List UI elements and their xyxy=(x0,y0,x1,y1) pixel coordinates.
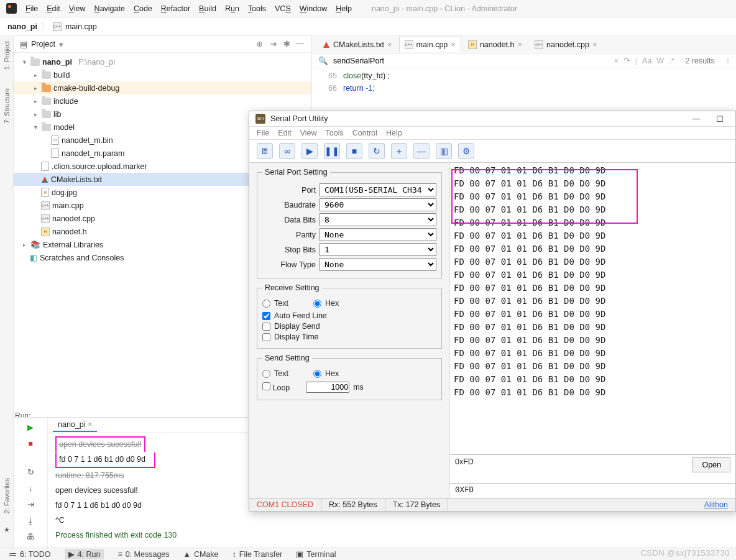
display-time-check[interactable]: Display Time xyxy=(262,333,436,341)
open-button[interactable]: Open xyxy=(692,457,730,472)
port-select[interactable]: COM1(USB-SERIAL CH34 xyxy=(320,183,436,196)
send-hex-radio[interactable]: Hex xyxy=(313,369,339,378)
menu-run[interactable]: Run xyxy=(225,4,239,13)
code-editor[interactable]: 6566 close(tty_fd) ; return -1; xyxy=(312,68,736,96)
refresh-icon[interactable]: ↻ xyxy=(369,143,385,159)
crumb-file[interactable]: main.cpp xyxy=(65,22,97,31)
run-tab-nano-pi[interactable]: nano_pi × xyxy=(53,418,97,432)
flowtype-select[interactable]: None xyxy=(320,258,436,271)
bottom-file-transfer[interactable]: ↕ File Transfer xyxy=(232,550,283,559)
tree-folder[interactable]: ▸include xyxy=(14,94,311,108)
tab-cmakelists[interactable]: CMakeLists.txt× xyxy=(317,37,398,52)
spu-menu-view[interactable]: View xyxy=(300,129,317,137)
vendor-link[interactable]: Alithon xyxy=(697,498,735,511)
svg-marker-1 xyxy=(45,177,48,183)
parity-select[interactable]: None xyxy=(320,228,436,241)
menu-edit[interactable]: Edit xyxy=(47,4,60,13)
auto-feed-line-check[interactable]: Auto Feed Line xyxy=(262,311,436,320)
bottom-cmake[interactable]: ▲ CMake xyxy=(183,550,219,559)
tab-favorites-side[interactable]: 2: Favorites xyxy=(3,478,11,513)
loop-check[interactable]: Loop xyxy=(262,382,290,392)
star-icon[interactable]: ★ xyxy=(4,526,10,534)
project-header: ▤ Project ▾ ⊕ ⇥ ✱ — xyxy=(14,36,311,53)
spu-menu-edit[interactable]: Edit xyxy=(278,129,292,137)
hide-icon[interactable]: — xyxy=(295,39,305,49)
collapse-icon[interactable]: ⇥ xyxy=(268,39,278,49)
match-case-icon[interactable]: Aa xyxy=(642,57,651,65)
tab-main-cpp[interactable]: c++main.cpp× xyxy=(399,37,461,52)
menu-window[interactable]: Window xyxy=(300,4,327,13)
print-icon[interactable]: 🖶 xyxy=(24,531,37,543)
search-icon: 🔍 xyxy=(318,56,328,65)
bottom-messages[interactable]: ≡ 0: Messages xyxy=(117,550,169,559)
wrap-icon[interactable]: ⇥ xyxy=(24,498,37,511)
cmake-icon xyxy=(41,176,48,183)
gear-icon[interactable]: ⚙ xyxy=(458,143,474,159)
menu-code[interactable]: Code xyxy=(134,4,152,13)
spu-menu-control[interactable]: Control xyxy=(352,129,377,137)
search-input[interactable] xyxy=(333,57,609,65)
panel-icon[interactable]: ▥ xyxy=(436,143,452,159)
tab-structure-side[interactable]: 7: Structure xyxy=(3,88,11,124)
stopbits-select[interactable]: 1 xyxy=(320,243,436,256)
display-send-check[interactable]: Display Send xyxy=(262,322,436,331)
close-icon[interactable]: × xyxy=(518,40,523,49)
spu-menu-tools[interactable]: Tools xyxy=(326,129,344,137)
add-icon[interactable]: ＋ xyxy=(391,143,407,159)
down-icon[interactable]: ↓ xyxy=(24,482,37,495)
recv-text-radio[interactable]: Text xyxy=(262,299,288,308)
crumb-project[interactable]: nano_pi xyxy=(7,22,37,31)
tree-folder[interactable]: ▸build xyxy=(14,68,311,81)
spu-menu-file[interactable]: File xyxy=(257,129,269,137)
minimize-icon[interactable]: — xyxy=(687,114,706,123)
menu-help[interactable]: Help xyxy=(336,4,352,13)
maximize-icon[interactable]: ☐ xyxy=(711,114,729,124)
record-loop-icon[interactable]: ∞ xyxy=(279,143,295,159)
play-icon[interactable]: ▶ xyxy=(301,143,318,159)
bottom-run[interactable]: ▶ 4: Run xyxy=(65,549,104,559)
send-text-radio[interactable]: Text xyxy=(262,369,288,378)
spu-titlebar[interactable]: Sm Serial Port Utility — ☐ xyxy=(249,111,735,127)
prev-match-icon[interactable]: ↷ xyxy=(623,56,630,65)
bottom-terminal[interactable]: ▣ Terminal xyxy=(296,549,336,559)
up-arrow-icon[interactable]: ↑ xyxy=(726,57,730,65)
pause-icon[interactable]: ❚❚ xyxy=(324,143,340,159)
rerun-icon[interactable]: ↻ xyxy=(24,466,37,479)
tree-folder[interactable]: ▸cmake-build-debug xyxy=(14,81,311,94)
bottom-todo[interactable]: ≔ 6: TODO xyxy=(9,549,51,559)
baudrate-select[interactable]: 9600 xyxy=(320,198,436,211)
tree-root[interactable]: ▼ nano_pi F:\nano_pi xyxy=(14,55,311,68)
menu-view[interactable]: View xyxy=(69,4,86,13)
spu-menu-help[interactable]: Help xyxy=(386,129,402,137)
export-icon[interactable]: ⭳ xyxy=(24,515,37,527)
tab-nanodet-cpp[interactable]: c++nanodet.cpp× xyxy=(529,37,602,52)
menu-refactor[interactable]: Refactor xyxy=(161,4,190,13)
close-icon[interactable]: × xyxy=(592,40,597,49)
close-icon[interactable]: × xyxy=(451,40,456,49)
remove-icon[interactable]: — xyxy=(413,143,430,159)
loop-interval-input[interactable] xyxy=(306,382,349,393)
clear-search-icon[interactable]: × xyxy=(614,57,618,65)
regex-icon[interactable]: .* xyxy=(669,57,674,65)
cpp-file-icon: c++ xyxy=(41,201,50,210)
menu-file[interactable]: File xyxy=(25,4,38,13)
menu-build[interactable]: Build xyxy=(199,4,216,13)
databits-select[interactable]: 8 xyxy=(320,213,436,226)
rx-output[interactable]: FD 00 07 01 01 D6 B1 D0 D0 9D FD 00 07 0… xyxy=(450,163,735,454)
new-doc-icon[interactable]: 🗎 xyxy=(257,143,273,159)
stop-icon[interactable]: ■ xyxy=(346,143,362,159)
tab-project-side[interactable]: 1: Project xyxy=(3,41,11,70)
tx-input[interactable]: 0XFD xyxy=(450,483,735,498)
scratch-icon: ◧ xyxy=(30,253,37,262)
scope-icon[interactable]: ⊕ xyxy=(254,39,264,49)
play-icon[interactable]: ▶ xyxy=(24,421,37,434)
settings-gear-icon[interactable]: ✱ xyxy=(282,39,292,49)
whole-word-icon[interactable]: W xyxy=(656,57,664,65)
stop-icon[interactable]: ■ xyxy=(24,438,37,450)
recv-hex-radio[interactable]: Hex xyxy=(313,299,339,308)
menu-vcs[interactable]: VCS xyxy=(275,4,291,13)
menu-tools[interactable]: Tools xyxy=(248,4,266,13)
close-icon[interactable]: × xyxy=(387,40,392,49)
menu-navigate[interactable]: Navigate xyxy=(94,4,125,13)
tab-nanodet-h[interactable]: Hnanodet.h× xyxy=(462,37,528,52)
